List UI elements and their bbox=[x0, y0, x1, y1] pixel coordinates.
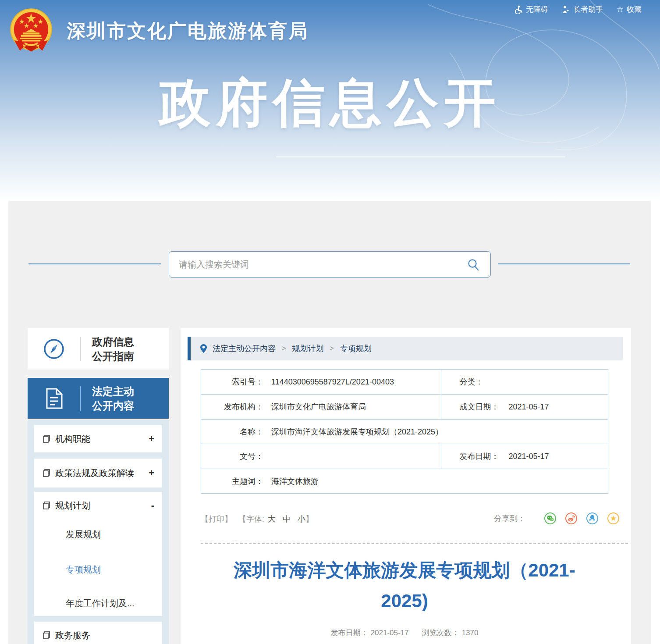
title-underline bbox=[276, 157, 565, 157]
active-section-line2: 公开内容 bbox=[92, 398, 134, 413]
article-meta: 发布日期：2021-05-17浏览次数：1370 bbox=[201, 628, 608, 638]
breadcrumb-item-2[interactable]: 规划计划 bbox=[292, 343, 323, 354]
qzone-star-glyph: ★ bbox=[610, 515, 617, 522]
pages-icon bbox=[42, 631, 51, 640]
field-label-name: 名称： bbox=[201, 427, 263, 437]
expand-plus-icon[interactable]: + bbox=[149, 433, 154, 445]
breadcrumb-separator: > bbox=[282, 345, 286, 352]
breadcrumb: 法定主动公开内容 > 规划计划 > 专项规划 bbox=[188, 337, 623, 360]
search-box bbox=[169, 251, 491, 278]
location-pin-icon bbox=[200, 344, 207, 353]
menu-label: 机构职能 bbox=[55, 433, 149, 445]
elder-person-icon bbox=[561, 5, 570, 14]
publish-date-label: 发布日期： bbox=[331, 629, 368, 637]
font-size-small-button[interactable]: 小 bbox=[298, 514, 305, 524]
compass-icon bbox=[43, 338, 65, 360]
field-value-name: 深圳市海洋文体旅游发展专项规划（2021-2025） bbox=[271, 427, 443, 436]
page-title: 政府信息公开 bbox=[0, 68, 660, 139]
table-row: 索引号：11440300695587927L/2021-00403 分类： bbox=[201, 370, 608, 395]
wechat-share-icon[interactable] bbox=[544, 512, 556, 524]
font-size-large-button[interactable]: 大 bbox=[268, 514, 276, 524]
sidebar-subitem-annual-plans[interactable]: 年度工作计划及... bbox=[66, 598, 135, 609]
sidebar-item-plans[interactable]: 规划计划 - bbox=[34, 492, 162, 519]
active-section-line1: 法定主动 bbox=[92, 384, 134, 398]
menu-label: 规划计划 bbox=[55, 500, 151, 512]
field-value-written-date: 2021-05-17 bbox=[508, 402, 549, 411]
expand-plus-icon[interactable]: + bbox=[149, 467, 154, 479]
dotted-separator bbox=[201, 543, 628, 544]
field-label-category: 分类： bbox=[459, 377, 483, 386]
sidebar-section-card-active[interactable]: 法定主动 公开内容 bbox=[28, 378, 169, 419]
menu-label: 政策法规及政策解读 bbox=[55, 467, 149, 479]
field-value-index: 11440300695587927L/2021-00403 bbox=[271, 377, 394, 386]
weibo-share-icon[interactable] bbox=[565, 512, 577, 524]
table-row: 主题词：海洋文体旅游 bbox=[201, 469, 608, 494]
views-label: 浏览次数： bbox=[422, 629, 459, 637]
field-value-publish-date: 2021-05-17 bbox=[508, 452, 549, 461]
accessibility-link[interactable]: 无障碍 bbox=[514, 4, 548, 14]
print-button[interactable]: 【打印】 bbox=[201, 514, 232, 524]
field-label-index: 索引号： bbox=[201, 377, 263, 387]
guide-label-line2: 公开指南 bbox=[92, 349, 134, 363]
table-row: 名称：深圳市海洋文体旅游发展专项规划（2021-2025） bbox=[201, 420, 608, 444]
field-label-doc-number: 文号： bbox=[201, 451, 263, 462]
font-size-prefix: 【字体: bbox=[238, 514, 264, 524]
qq-share-icon[interactable] bbox=[586, 512, 598, 524]
sidebar-menu-panel: 机构职能 + 政策法规及政策解读 + 规划计划 bbox=[28, 420, 169, 644]
pages-icon bbox=[42, 501, 51, 510]
breadcrumb-accent-bar bbox=[188, 337, 191, 360]
divider bbox=[80, 386, 81, 411]
favorite-label: 收藏 bbox=[627, 4, 642, 14]
guide-label-line1: 政府信息 bbox=[92, 334, 134, 349]
pages-icon bbox=[42, 469, 51, 477]
qzone-share-icon[interactable]: ★ bbox=[607, 512, 619, 524]
favorite-link[interactable]: ☆ 收藏 bbox=[616, 4, 642, 14]
table-row: 文号： 发布日期：2021-05-17 bbox=[201, 444, 608, 469]
field-label-issuer: 发布机构： bbox=[201, 402, 263, 412]
sidebar-item-policies[interactable]: 政策法规及政策解读 + bbox=[34, 459, 162, 487]
elder-assistant-link[interactable]: 长者助手 bbox=[561, 4, 603, 14]
breadcrumb-item-1[interactable]: 法定主动公开内容 bbox=[213, 343, 276, 354]
field-value-keywords: 海洋文体旅游 bbox=[271, 477, 319, 486]
table-row: 发布机构：深圳市文化广电旅游体育局 成文日期：2021-05-17 bbox=[201, 395, 608, 420]
sidebar-subitem-special-plans-active[interactable]: 专项规划 bbox=[66, 564, 101, 576]
document-icon bbox=[43, 387, 64, 410]
search-input[interactable] bbox=[169, 252, 490, 277]
share-label: 分享到： bbox=[494, 513, 525, 524]
search-flank-line-left bbox=[28, 263, 161, 264]
share-toolbar: 分享到： ★ bbox=[494, 512, 619, 524]
breadcrumb-item-3[interactable]: 专项规划 bbox=[340, 343, 372, 354]
collapse-minus-icon[interactable]: - bbox=[151, 500, 154, 511]
elder-assistant-label: 长者助手 bbox=[573, 4, 603, 14]
sidebar-item-plans-group: 规划计划 - 发展规划 专项规划 年度工作计划及... bbox=[34, 492, 162, 616]
divider bbox=[80, 337, 81, 361]
breadcrumb-separator: > bbox=[330, 345, 334, 352]
org-name: 深圳市文化广电旅游体育局 bbox=[67, 18, 309, 44]
search-flank-line-right bbox=[498, 263, 630, 264]
national-emblem-logo bbox=[8, 7, 54, 53]
font-size-medium-button[interactable]: 中 bbox=[283, 514, 291, 524]
star-outline-icon: ☆ bbox=[616, 5, 624, 14]
accessibility-label: 无障碍 bbox=[526, 4, 548, 14]
field-label-keywords: 主题词： bbox=[201, 476, 263, 487]
search-icon[interactable] bbox=[467, 258, 480, 271]
hero-banner: 无障碍 长者助手 ☆ 收藏 bbox=[0, 0, 660, 201]
print-font-toolbar: 【打印】 【字体: 大 中 小 】 bbox=[201, 514, 313, 524]
sidebar-guide-card[interactable]: 政府信息 公开指南 bbox=[28, 328, 169, 370]
sidebar-item-gov-services[interactable]: 政务服务 bbox=[34, 622, 162, 644]
utility-links: 无障碍 长者助手 ☆ 收藏 bbox=[514, 4, 642, 14]
views-value: 1370 bbox=[462, 629, 479, 637]
field-label-publish-date: 发布日期： bbox=[459, 452, 499, 461]
pages-icon bbox=[42, 434, 51, 443]
sidebar-item-org-functions[interactable]: 机构职能 + bbox=[34, 425, 162, 452]
document-meta-table: 索引号：11440300695587927L/2021-00403 分类： 发布… bbox=[201, 369, 608, 494]
sidebar-subitem-development-plans[interactable]: 发展规划 bbox=[66, 529, 101, 541]
field-label-written-date: 成文日期： bbox=[459, 402, 499, 411]
menu-label: 政务服务 bbox=[55, 630, 154, 641]
wheelchair-icon bbox=[514, 5, 523, 14]
article-title: 深圳市海洋文体旅游发展专项规划（2021-2025) bbox=[220, 555, 589, 616]
field-value-issuer: 深圳市文化广电旅游体育局 bbox=[271, 402, 366, 411]
font-size-suffix: 】 bbox=[305, 514, 313, 524]
publish-date-value: 2021-05-17 bbox=[371, 629, 409, 637]
